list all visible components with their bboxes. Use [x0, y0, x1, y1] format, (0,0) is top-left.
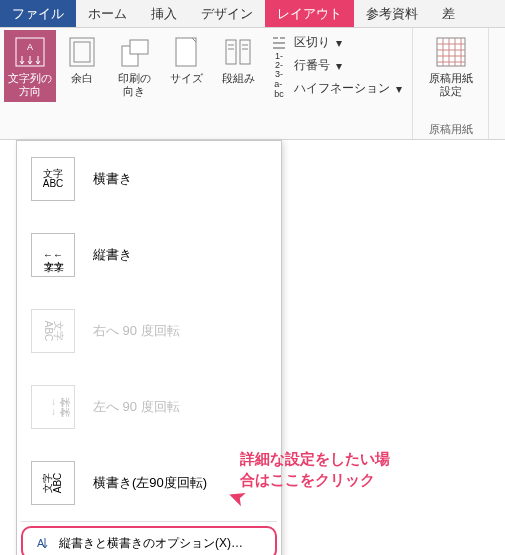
- annotation-callout: 詳細な設定をしたい場 合はここをクリック: [240, 448, 390, 490]
- svg-rect-7: [226, 40, 236, 64]
- text-direction-icon: A: [12, 34, 48, 70]
- menu-horizontal-l90-label: 横書き(左90度回転): [93, 474, 207, 492]
- margins-label: 余白: [71, 72, 93, 85]
- orientation-button[interactable]: 印刷の向き: [108, 30, 160, 102]
- svg-rect-5: [130, 40, 148, 54]
- manuscript-icon: [433, 34, 469, 70]
- manuscript-group-label: 原稿用紙: [413, 122, 488, 137]
- thumb-rotate-right-icon: 文字ABC: [31, 309, 75, 353]
- menu-options[interactable]: A 縦書きと横書きのオプション(X)…: [21, 526, 277, 555]
- group-manuscript: 原稿用紙設定 原稿用紙: [413, 28, 489, 139]
- manuscript-button[interactable]: 原稿用紙設定: [416, 30, 486, 102]
- breaks-button[interactable]: 区切り ▾: [270, 34, 402, 51]
- orientation-label: 印刷の向き: [118, 72, 151, 98]
- breaks-label: 区切り: [294, 34, 330, 51]
- thumb-horizontal-l90-icon: 文字ABC: [31, 461, 75, 505]
- line-numbers-button[interactable]: 1-2-3- 行番号 ▾: [270, 57, 402, 74]
- chevron-down-icon: ▾: [336, 59, 342, 73]
- columns-label: 段組み: [222, 72, 255, 85]
- columns-button[interactable]: 段組み: [212, 30, 264, 89]
- options-icon: A: [33, 534, 51, 552]
- text-direction-label: 文字列の方向: [8, 72, 52, 98]
- thumb-rotate-left-icon: 文字↓文字↓: [31, 385, 75, 429]
- text-direction-button[interactable]: A 文字列の方向: [4, 30, 56, 102]
- callout-line1: 詳細な設定をしたい場: [240, 448, 390, 469]
- size-label: サイズ: [170, 72, 203, 85]
- menu-separator: [21, 521, 277, 522]
- menu-rotate-right: 文字ABC 右へ 90 度回転: [17, 293, 281, 369]
- tab-insert[interactable]: 挿入: [139, 0, 189, 27]
- margins-button[interactable]: 余白: [56, 30, 108, 89]
- size-icon: [168, 34, 204, 70]
- menu-vertical[interactable]: 文字↓文字↓ 縦書き: [17, 217, 281, 293]
- margins-icon: [64, 34, 100, 70]
- columns-icon: [220, 34, 256, 70]
- page-setup-mini: 区切り ▾ 1-2-3- 行番号 ▾ a-bc ハイフネーション ▾: [264, 30, 408, 101]
- ribbon: A 文字列の方向 余白 印刷の向き サイズ 段組み: [0, 28, 505, 140]
- manuscript-label: 原稿用紙設定: [429, 72, 473, 98]
- tab-mail[interactable]: 差: [430, 0, 467, 27]
- breaks-icon: [270, 36, 288, 50]
- line-numbers-icon: 1-2-3-: [270, 59, 288, 73]
- thumb-horizontal-icon: 文字ABC: [31, 157, 75, 201]
- hyphenation-label: ハイフネーション: [294, 80, 390, 97]
- menu-options-label: 縦書きと横書きのオプション(X)…: [59, 535, 243, 552]
- thumb-vertical-icon: 文字↓文字↓: [31, 233, 75, 277]
- tab-reference[interactable]: 参考資料: [354, 0, 430, 27]
- menu-rotate-left: 文字↓文字↓ 左へ 90 度回転: [17, 369, 281, 445]
- orientation-icon: [116, 34, 152, 70]
- hyphenation-icon: a-bc: [270, 82, 288, 96]
- tab-home[interactable]: ホーム: [76, 0, 139, 27]
- hyphenation-button[interactable]: a-bc ハイフネーション ▾: [270, 80, 402, 97]
- menu-rotate-left-label: 左へ 90 度回転: [93, 398, 180, 416]
- line-numbers-label: 行番号: [294, 57, 330, 74]
- chevron-down-icon: ▾: [396, 82, 402, 96]
- menu-horizontal-label: 横書き: [93, 170, 132, 188]
- svg-rect-6: [176, 38, 196, 66]
- chevron-down-icon: ▾: [336, 36, 342, 50]
- tab-layout[interactable]: レイアウト: [265, 0, 354, 27]
- menu-rotate-right-label: 右へ 90 度回転: [93, 322, 180, 340]
- tab-design[interactable]: デザイン: [189, 0, 265, 27]
- svg-text:A: A: [37, 537, 45, 549]
- group-page-setup: A 文字列の方向 余白 印刷の向き サイズ 段組み: [0, 28, 413, 139]
- menu-vertical-label: 縦書き: [93, 246, 132, 264]
- svg-rect-3: [74, 42, 90, 62]
- tab-strip: ファイル ホーム 挿入 デザイン レイアウト 参考資料 差: [0, 0, 505, 28]
- svg-text:A: A: [27, 42, 33, 52]
- svg-rect-8: [240, 40, 250, 64]
- size-button[interactable]: サイズ: [160, 30, 212, 89]
- tab-file[interactable]: ファイル: [0, 0, 76, 27]
- callout-line2: 合はここをクリック: [240, 469, 390, 490]
- menu-horizontal[interactable]: 文字ABC 横書き: [17, 141, 281, 217]
